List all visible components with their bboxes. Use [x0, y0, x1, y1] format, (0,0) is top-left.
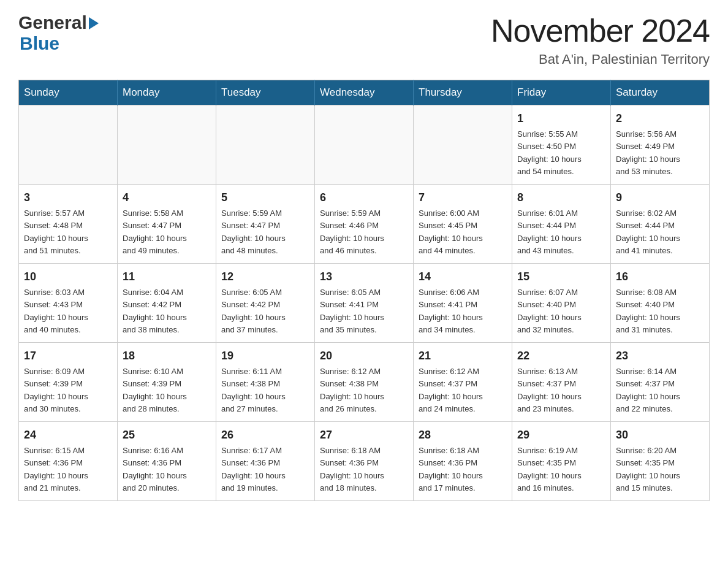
calendar-cell: 2Sunrise: 5:56 AM Sunset: 4:49 PM Daylig… [611, 105, 710, 185]
day-info: Sunrise: 5:59 AM Sunset: 4:46 PM Dayligh… [320, 209, 384, 255]
calendar-cell: 11Sunrise: 6:04 AM Sunset: 4:42 PM Dayli… [118, 264, 216, 343]
calendar-cell: 3Sunrise: 5:57 AM Sunset: 4:48 PM Daylig… [19, 185, 118, 264]
calendar-cell: 27Sunrise: 6:18 AM Sunset: 4:36 PM Dayli… [315, 422, 414, 501]
calendar-cell: 30Sunrise: 6:20 AM Sunset: 4:35 PM Dayli… [611, 422, 710, 501]
day-info: Sunrise: 6:16 AM Sunset: 4:36 PM Dayligh… [123, 446, 187, 492]
day-info: Sunrise: 6:15 AM Sunset: 4:36 PM Dayligh… [24, 446, 88, 492]
day-number: 24 [24, 427, 112, 443]
day-info: Sunrise: 6:04 AM Sunset: 4:42 PM Dayligh… [123, 288, 187, 334]
day-number: 3 [24, 190, 112, 206]
calendar-table: SundayMondayTuesdayWednesdayThursdayFrid… [18, 80, 710, 501]
day-number: 29 [517, 427, 605, 443]
day-info: Sunrise: 5:59 AM Sunset: 4:47 PM Dayligh… [221, 209, 286, 255]
location-title: Bat A'in, Palestinian Territory [491, 52, 710, 67]
day-number: 19 [221, 348, 309, 364]
logo-blue-text: Blue [20, 33, 59, 54]
calendar-week-5: 24Sunrise: 6:15 AM Sunset: 4:36 PM Dayli… [19, 422, 710, 501]
calendar-cell: 14Sunrise: 6:06 AM Sunset: 4:41 PM Dayli… [414, 264, 512, 343]
logo-general-text: General [18, 12, 87, 33]
day-info: Sunrise: 6:06 AM Sunset: 4:41 PM Dayligh… [419, 288, 483, 334]
calendar-cell: 22Sunrise: 6:13 AM Sunset: 4:37 PM Dayli… [512, 343, 611, 422]
day-info: Sunrise: 6:05 AM Sunset: 4:42 PM Dayligh… [221, 288, 286, 334]
weekday-header-saturday: Saturday [611, 80, 710, 105]
day-info: Sunrise: 6:12 AM Sunset: 4:38 PM Dayligh… [320, 367, 384, 413]
day-number: 23 [616, 348, 704, 364]
day-info: Sunrise: 6:08 AM Sunset: 4:40 PM Dayligh… [616, 288, 680, 334]
day-number: 1 [517, 110, 605, 127]
day-number: 30 [616, 427, 704, 443]
calendar-cell [414, 105, 512, 185]
calendar-cell: 18Sunrise: 6:10 AM Sunset: 4:39 PM Dayli… [118, 343, 216, 422]
day-info: Sunrise: 6:05 AM Sunset: 4:41 PM Dayligh… [320, 288, 384, 334]
day-number: 15 [517, 269, 605, 285]
day-number: 18 [123, 348, 211, 364]
day-info: Sunrise: 6:14 AM Sunset: 4:37 PM Dayligh… [616, 367, 680, 413]
calendar-cell [216, 105, 315, 185]
day-info: Sunrise: 6:10 AM Sunset: 4:39 PM Dayligh… [123, 367, 187, 413]
day-info: Sunrise: 6:11 AM Sunset: 4:38 PM Dayligh… [221, 367, 286, 413]
day-number: 5 [221, 190, 309, 206]
calendar-cell: 9Sunrise: 6:02 AM Sunset: 4:44 PM Daylig… [611, 185, 710, 264]
calendar-cell: 29Sunrise: 6:19 AM Sunset: 4:35 PM Dayli… [512, 422, 611, 501]
day-number: 7 [419, 190, 507, 206]
weekday-header-tuesday: Tuesday [216, 80, 315, 105]
day-info: Sunrise: 6:19 AM Sunset: 4:35 PM Dayligh… [517, 446, 582, 492]
calendar-cell: 1Sunrise: 5:55 AM Sunset: 4:50 PM Daylig… [512, 105, 611, 185]
page-header: General Blue November 2024 Bat A'in, Pal… [18, 12, 710, 67]
day-info: Sunrise: 6:00 AM Sunset: 4:45 PM Dayligh… [419, 209, 483, 255]
day-number: 28 [419, 427, 507, 443]
day-number: 20 [320, 348, 408, 364]
calendar-week-3: 10Sunrise: 6:03 AM Sunset: 4:43 PM Dayli… [19, 264, 710, 343]
day-number: 11 [123, 269, 211, 285]
day-info: Sunrise: 6:18 AM Sunset: 4:36 PM Dayligh… [320, 446, 384, 492]
day-info: Sunrise: 6:09 AM Sunset: 4:39 PM Dayligh… [24, 367, 88, 413]
calendar-cell: 23Sunrise: 6:14 AM Sunset: 4:37 PM Dayli… [611, 343, 710, 422]
day-number: 12 [221, 269, 309, 285]
calendar-cell: 6Sunrise: 5:59 AM Sunset: 4:46 PM Daylig… [315, 185, 414, 264]
day-number: 2 [616, 110, 704, 127]
day-info: Sunrise: 5:56 AM Sunset: 4:49 PM Dayligh… [616, 129, 680, 176]
calendar-cell: 24Sunrise: 6:15 AM Sunset: 4:36 PM Dayli… [19, 422, 118, 501]
calendar-cell: 19Sunrise: 6:11 AM Sunset: 4:38 PM Dayli… [216, 343, 315, 422]
calendar-cell: 8Sunrise: 6:01 AM Sunset: 4:44 PM Daylig… [512, 185, 611, 264]
day-info: Sunrise: 6:18 AM Sunset: 4:36 PM Dayligh… [419, 446, 483, 492]
calendar-cell: 13Sunrise: 6:05 AM Sunset: 4:41 PM Dayli… [315, 264, 414, 343]
weekday-header-monday: Monday [118, 80, 216, 105]
month-title: November 2024 [491, 12, 710, 49]
day-info: Sunrise: 6:17 AM Sunset: 4:36 PM Dayligh… [221, 446, 286, 492]
day-number: 4 [123, 190, 211, 206]
weekday-header-thursday: Thursday [414, 80, 512, 105]
calendar-cell: 15Sunrise: 6:07 AM Sunset: 4:40 PM Dayli… [512, 264, 611, 343]
title-section: November 2024 Bat A'in, Palestinian Terr… [491, 12, 710, 67]
weekday-header-row: SundayMondayTuesdayWednesdayThursdayFrid… [19, 80, 710, 105]
calendar-cell: 16Sunrise: 6:08 AM Sunset: 4:40 PM Dayli… [611, 264, 710, 343]
logo: General Blue [18, 12, 99, 54]
day-number: 9 [616, 190, 704, 206]
day-number: 27 [320, 427, 408, 443]
calendar-cell: 20Sunrise: 6:12 AM Sunset: 4:38 PM Dayli… [315, 343, 414, 422]
day-number: 13 [320, 269, 408, 285]
calendar-week-1: 1Sunrise: 5:55 AM Sunset: 4:50 PM Daylig… [19, 105, 710, 185]
day-number: 6 [320, 190, 408, 206]
logo-triangle-icon [89, 17, 99, 29]
calendar-week-4: 17Sunrise: 6:09 AM Sunset: 4:39 PM Dayli… [19, 343, 710, 422]
day-info: Sunrise: 6:12 AM Sunset: 4:37 PM Dayligh… [419, 367, 483, 413]
day-info: Sunrise: 5:55 AM Sunset: 4:50 PM Dayligh… [517, 129, 582, 176]
day-info: Sunrise: 6:20 AM Sunset: 4:35 PM Dayligh… [616, 446, 680, 492]
calendar-week-2: 3Sunrise: 5:57 AM Sunset: 4:48 PM Daylig… [19, 185, 710, 264]
calendar-cell [118, 105, 216, 185]
calendar-cell: 12Sunrise: 6:05 AM Sunset: 4:42 PM Dayli… [216, 264, 315, 343]
day-number: 26 [221, 427, 309, 443]
calendar-cell [315, 105, 414, 185]
calendar-cell: 25Sunrise: 6:16 AM Sunset: 4:36 PM Dayli… [118, 422, 216, 501]
calendar-cell: 21Sunrise: 6:12 AM Sunset: 4:37 PM Dayli… [414, 343, 512, 422]
calendar-cell: 26Sunrise: 6:17 AM Sunset: 4:36 PM Dayli… [216, 422, 315, 501]
day-number: 25 [123, 427, 211, 443]
day-number: 8 [517, 190, 605, 206]
day-info: Sunrise: 6:02 AM Sunset: 4:44 PM Dayligh… [616, 209, 680, 255]
day-number: 21 [419, 348, 507, 364]
weekday-header-friday: Friday [512, 80, 611, 105]
calendar-cell: 5Sunrise: 5:59 AM Sunset: 4:47 PM Daylig… [216, 185, 315, 264]
calendar-cell: 28Sunrise: 6:18 AM Sunset: 4:36 PM Dayli… [414, 422, 512, 501]
day-number: 10 [24, 269, 112, 285]
